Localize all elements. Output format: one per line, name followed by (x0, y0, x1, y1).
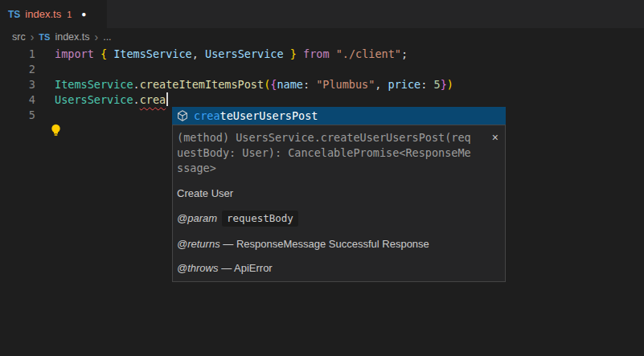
suggestion-item-createUserUsersPost[interactable]: createUserUsersPost (172, 107, 506, 125)
dirty-indicator-icon[interactable]: ● (81, 10, 86, 18)
breadcrumb-item-symbol[interactable]: ... (103, 31, 111, 43)
chevron-right-icon: › (31, 31, 35, 43)
lightbulb-icon[interactable] (50, 124, 62, 137)
param-name-chip: requestBody (222, 211, 298, 227)
line-number: 1 (0, 47, 35, 62)
doc-tag-returns: @returns — ResponseMessage Successful Re… (177, 237, 505, 251)
breadcrumb-item-src[interactable]: src (12, 31, 26, 43)
chevron-right-icon: › (95, 31, 99, 43)
line-number: 3 (0, 77, 35, 92)
breadcrumb-item-file[interactable]: index.ts (55, 31, 89, 43)
tab-bar: TS index.ts 1 ● (0, 0, 644, 28)
doc-tag-param: @paramrequestBody (177, 211, 505, 227)
typescript-file-icon: TS (8, 9, 20, 20)
code-line[interactable]: 3ItemsService.createItemItemsPost({name:… (0, 77, 644, 92)
method-signature: (method) UsersService.createUserUsersPos… (177, 130, 476, 176)
line-number: 2 (0, 62, 35, 77)
line-number: 4 (0, 92, 35, 108)
doc-tag-label: @throws (177, 262, 219, 274)
doc-tag-label: @returns (177, 238, 220, 250)
suggestion-docs-panel: (method) UsersService.createUserUsersPos… (172, 125, 506, 282)
suggestion-rest-text: teUserUsersPost (220, 109, 318, 122)
code-line[interactable]: 1import { ItemsService, UsersService } f… (0, 47, 644, 62)
tab-filename: index.ts (25, 8, 61, 20)
doc-tag-throws: @throws — ApiError (177, 261, 505, 281)
code-text: import { ItemsService, UsersService } fr… (55, 47, 408, 62)
suggestion-match-text: crea (194, 109, 220, 122)
suggest-widget: createUserUsersPost (method) UsersServic… (172, 107, 506, 282)
vscode-window: TS index.ts 1 ● src › TS index.ts › ... … (0, 0, 644, 356)
close-icon[interactable]: × (492, 132, 498, 176)
method-cube-icon (176, 109, 189, 122)
code-line[interactable]: 4UsersService.crea (0, 92, 644, 108)
typescript-file-icon: TS (39, 32, 50, 42)
suggestion-label: createUserUsersPost (194, 109, 318, 122)
code-line[interactable]: 2 (0, 62, 644, 77)
line-number: 5 (0, 108, 35, 123)
tab-error-count: 1 (67, 10, 72, 19)
doc-tag-text: — ResponseMessage Successful Response (223, 238, 429, 250)
doc-tag-text: — ApiError (221, 262, 273, 274)
text-cursor (166, 92, 168, 106)
doc-tag-label: @param (177, 212, 217, 224)
doc-description: Create User (177, 187, 505, 200)
code-text: ItemsService.createItemItemsPost({name: … (55, 77, 453, 92)
tab-index-ts[interactable]: TS index.ts 1 ● (0, 0, 107, 28)
breadcrumb: src › TS index.ts › ... (0, 28, 644, 46)
code-text: UsersService.crea (55, 92, 168, 108)
